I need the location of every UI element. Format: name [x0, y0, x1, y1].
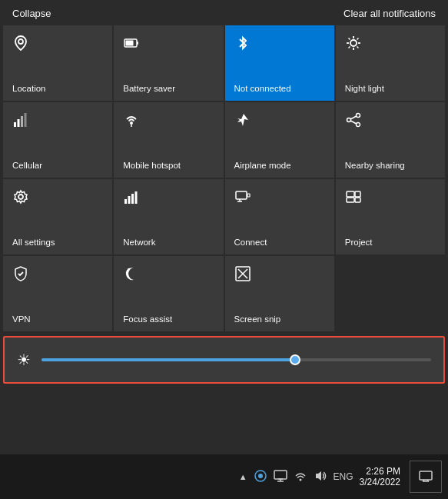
- svg-line-10: [357, 47, 358, 48]
- svg-rect-30: [247, 194, 250, 197]
- tile-cellular[interactable]: Cellular: [3, 102, 112, 178]
- project-label: Project: [345, 237, 373, 248]
- not-connected-icon: [234, 35, 251, 55]
- not-connected-label: Not connected: [234, 83, 291, 95]
- svg-point-46: [299, 478, 301, 481]
- location-icon: [12, 35, 29, 55]
- battery-saver-label: Battery saver: [123, 83, 175, 95]
- svg-point-21: [356, 123, 360, 127]
- screen-snip-label: Screen snip: [234, 314, 281, 325]
- language-label: ENG: [334, 471, 353, 482]
- action-center-button[interactable]: [410, 461, 442, 493]
- svg-line-11: [357, 38, 358, 40]
- brightness-slider-thumb[interactable]: [290, 354, 300, 365]
- svg-rect-33: [347, 191, 354, 197]
- tile-connect[interactable]: Connect: [225, 179, 334, 254]
- brightness-control: ☀: [3, 336, 445, 384]
- focus-assist-label: Focus assist: [123, 314, 172, 325]
- svg-point-19: [356, 114, 360, 118]
- svg-marker-47: [316, 471, 321, 481]
- vpn-label: VPN: [12, 314, 31, 325]
- focus-assist-icon: [123, 265, 140, 286]
- svg-rect-27: [131, 194, 134, 204]
- svg-rect-16: [25, 113, 27, 127]
- location-label: Location: [12, 83, 45, 95]
- svg-point-0: [18, 39, 23, 44]
- nearby-sharing-icon: [345, 111, 362, 132]
- tile-vpn[interactable]: VPN: [3, 256, 112, 331]
- taskbar-clock[interactable]: 2:26 PM 3/24/2022: [360, 466, 400, 487]
- taskbar: ▲: [0, 454, 448, 499]
- clock-date: 3/24/2022: [360, 477, 400, 487]
- svg-rect-14: [18, 119, 20, 127]
- network-label: Network: [123, 237, 155, 248]
- screen-snip-icon: [234, 265, 251, 286]
- brightness-slider-fill: [41, 358, 295, 361]
- svg-rect-15: [21, 116, 23, 127]
- tile-network[interactable]: Network: [114, 179, 223, 254]
- tile-screen-snip[interactable]: Screen snip: [225, 256, 334, 331]
- action-center: Collapse Clear all notifications Locatio…: [0, 0, 448, 454]
- svg-line-23: [350, 121, 357, 124]
- connect-icon: [234, 188, 251, 209]
- tile-nearby-sharing[interactable]: Nearby sharing: [336, 102, 445, 178]
- tile-mobile-hotspot[interactable]: Mobile hotspot: [114, 102, 223, 178]
- connect-label: Connect: [234, 237, 267, 248]
- tile-location[interactable]: Location: [3, 25, 112, 101]
- top-bar: Collapse Clear all notifications: [0, 0, 448, 25]
- volume-icon[interactable]: [314, 470, 327, 484]
- all-settings-icon: [12, 188, 29, 209]
- svg-rect-35: [347, 198, 354, 202]
- cellular-icon: [12, 111, 29, 132]
- taskbar-chevron-icon[interactable]: ▲: [239, 472, 247, 481]
- collapse-button[interactable]: Collapse: [12, 8, 51, 19]
- svg-point-17: [130, 121, 133, 125]
- svg-rect-48: [420, 471, 432, 480]
- clock-time: 2:26 PM: [366, 466, 400, 477]
- svg-point-20: [347, 118, 350, 122]
- taskbar-system-icons: ▲: [239, 469, 353, 485]
- svg-line-9: [348, 38, 350, 40]
- night-light-label: Night light: [345, 83, 384, 95]
- clear-notifications-button[interactable]: Clear all notifications: [343, 8, 436, 19]
- mobile-hotspot-label: Mobile hotspot: [123, 160, 181, 171]
- tile-airplane-mode[interactable]: Airplane mode: [225, 102, 334, 178]
- svg-rect-25: [124, 199, 127, 204]
- svg-line-22: [350, 116, 357, 119]
- tile-focus-assist[interactable]: Focus assist: [114, 256, 223, 331]
- svg-point-24: [18, 195, 23, 199]
- svg-rect-34: [355, 191, 360, 197]
- network-indicator-icon[interactable]: [254, 469, 267, 485]
- all-settings-label: All settings: [12, 237, 55, 248]
- project-icon: [345, 188, 362, 209]
- brightness-icon: ☀: [17, 351, 31, 369]
- night-light-icon: [345, 35, 362, 55]
- svg-rect-36: [355, 198, 360, 202]
- svg-rect-42: [274, 471, 287, 479]
- cellular-label: Cellular: [12, 160, 42, 171]
- vpn-icon: [12, 265, 29, 286]
- network-icon: [123, 188, 140, 209]
- taskbar-display-icon[interactable]: [274, 470, 287, 484]
- tile-all-settings[interactable]: All settings: [3, 179, 112, 254]
- tile-not-connected[interactable]: Not connected: [225, 25, 334, 101]
- brightness-slider-track: [41, 358, 431, 361]
- tiles-grid: Location Battery saver Not connected Nig…: [0, 25, 448, 331]
- svg-rect-2: [137, 42, 138, 45]
- battery-saver-icon: [123, 35, 140, 55]
- airplane-mode-icon: [234, 111, 251, 132]
- svg-line-12: [348, 47, 350, 48]
- svg-rect-26: [128, 196, 131, 204]
- svg-rect-28: [135, 191, 138, 204]
- mobile-hotspot-icon: [123, 111, 140, 132]
- nearby-sharing-label: Nearby sharing: [345, 160, 405, 171]
- svg-point-4: [350, 40, 357, 46]
- svg-rect-13: [14, 122, 16, 127]
- tile-night-light[interactable]: Night light: [336, 25, 445, 101]
- svg-point-41: [258, 474, 263, 478]
- tile-project[interactable]: Project: [336, 179, 445, 254]
- wifi-icon[interactable]: [294, 470, 307, 484]
- svg-rect-3: [126, 41, 134, 46]
- airplane-mode-label: Airplane mode: [234, 160, 291, 171]
- tile-battery-saver[interactable]: Battery saver: [114, 25, 223, 101]
